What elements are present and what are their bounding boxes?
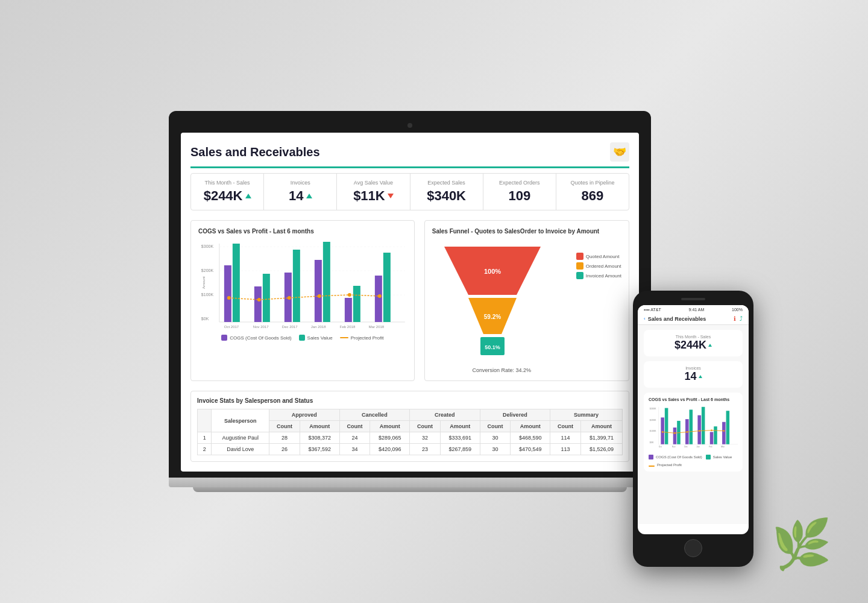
cell-approved-amount: $367,592 xyxy=(300,444,339,455)
funnel-chart-title: Sales Funnel - Quotes to SalesOrder to I… xyxy=(432,228,621,235)
th-num xyxy=(198,409,212,432)
legend-sales: Sales Value xyxy=(299,335,333,341)
cell-summary-amount: $1,399,71 xyxy=(580,432,622,444)
kpi-label-quotes: Quotes in Pipeline xyxy=(565,180,620,186)
phone-chart-svg: $300K $200K $100K $0K xyxy=(649,405,738,450)
th-created: Created xyxy=(410,409,480,421)
svg-text:Mar 2018: Mar 2018 xyxy=(369,325,385,329)
svg-rect-20 xyxy=(375,276,382,322)
svg-point-61 xyxy=(699,430,700,432)
phone-kpi-invoices-label: Invoices xyxy=(649,366,738,370)
kpi-card-sales[interactable]: This Month - Sales $244K xyxy=(191,174,264,210)
cell-approved-count: 26 xyxy=(269,444,300,455)
svg-text:Mar: Mar xyxy=(721,446,725,448)
table-row[interactable]: 1 Augustine Paul 28 $308,372 24 $289,065… xyxy=(198,432,623,444)
legend-cogs-label: COGS (Cost Of Goods Sold) xyxy=(230,335,291,341)
kpi-card-invoices[interactable]: Invoices 14 xyxy=(264,174,337,210)
bar-chart-title: COGS vs Sales vs Profit - Last 6 months xyxy=(198,228,407,235)
bar-chart-legend: COGS (Cost Of Goods Sold) Sales Value Pr… xyxy=(198,335,407,341)
phone-status-bar: •••• AT&T 9:41 AM 100% xyxy=(638,305,749,313)
svg-rect-55 xyxy=(714,426,717,444)
kpi-trend-up-sales xyxy=(245,194,251,198)
phone-kpi-sales-trend xyxy=(708,344,712,347)
kpi-value-invoices: 14 xyxy=(272,188,328,204)
phone-nav-icons: ℹ ⤴ xyxy=(734,315,743,322)
cell-cancelled-count: 34 xyxy=(339,444,370,455)
phone-kpi-sales[interactable]: This Month - Sales $244K xyxy=(644,330,743,356)
scene: Sales and Receivables 🤝 This Month - Sal… xyxy=(0,0,868,603)
svg-point-24 xyxy=(288,296,291,300)
legend-profit-label: Projected Profit xyxy=(351,335,384,341)
th-cancelled-amount: Amount xyxy=(370,421,410,432)
phone-screen: •••• AT&T 9:41 AM 100% ‹ Sales and Recei… xyxy=(638,305,749,534)
cell-cancelled-amount: $420,096 xyxy=(370,444,410,455)
svg-text:$200K: $200K xyxy=(201,268,214,273)
bar-chart-panel: COGS vs Sales vs Profit - Last 6 months … xyxy=(190,220,415,381)
dashboard: Sales and Receivables 🤝 This Month - Sal… xyxy=(181,133,639,472)
legend-ordered-label: Ordered Amount xyxy=(586,264,621,269)
th-delivered: Delivered xyxy=(480,409,550,421)
svg-text:Amount: Amount xyxy=(202,276,206,289)
th-cancelled: Cancelled xyxy=(339,409,410,421)
kpi-card-expected-orders[interactable]: Expected Orders 109 xyxy=(483,174,556,210)
cell-created-amount: $267,859 xyxy=(440,444,480,455)
svg-text:Dec: Dec xyxy=(684,446,688,448)
phone-home-button[interactable] xyxy=(684,539,702,557)
cell-created-amount: $333,691 xyxy=(440,432,480,444)
phone-legend: COGS (Cost Of Goods Sold) Sales Value Pr… xyxy=(649,455,738,467)
legend-cogs-color xyxy=(221,335,227,341)
svg-text:Oct: Oct xyxy=(659,446,662,448)
funnel-chart-panel: Sales Funnel - Quotes to SalesOrder to I… xyxy=(424,220,629,381)
laptop-screen: Sales and Receivables 🤝 This Month - Sal… xyxy=(181,133,639,472)
phone-speaker xyxy=(681,298,705,300)
legend-profit: Projected Profit xyxy=(340,335,384,341)
phone-kpi-invoices[interactable]: Invoices 14 xyxy=(644,361,743,388)
kpi-label-expected-sales: Expected Sales xyxy=(419,180,474,186)
kpi-section: This Month - Sales $244K Invoices 14 xyxy=(190,173,629,210)
cell-approved-amount: $308,372 xyxy=(300,432,339,444)
kpi-trend-up-invoices xyxy=(306,194,312,198)
kpi-card-avg[interactable]: Avg Sales Value $11K xyxy=(337,174,410,210)
svg-rect-11 xyxy=(233,244,240,322)
phone-info-icon[interactable]: ℹ xyxy=(734,315,736,322)
phone-share-icon[interactable]: ⤴ xyxy=(740,315,743,322)
svg-text:$200K: $200K xyxy=(650,419,656,421)
legend-quoted-label: Quoted Amount xyxy=(586,254,620,259)
phone-back-button[interactable]: ‹ xyxy=(644,316,646,321)
svg-rect-46 xyxy=(661,417,664,444)
cell-approved-count: 28 xyxy=(269,432,300,444)
table-title: Invoice Stats by Salesperson and Status xyxy=(197,397,623,404)
th-delivered-amount: Amount xyxy=(511,421,550,432)
kpi-card-expected-sales[interactable]: Expected Sales $340K xyxy=(410,174,483,210)
svg-rect-52 xyxy=(697,415,701,444)
svg-text:Jan 2018: Jan 2018 xyxy=(311,325,326,329)
cell-num: 2 xyxy=(198,444,212,455)
svg-rect-53 xyxy=(702,407,705,444)
legend-profit-color xyxy=(340,337,348,338)
phone-carrier: •••• AT&T xyxy=(644,308,661,312)
cell-summary-amount: $1,526,09 xyxy=(580,444,622,455)
kpi-card-quotes[interactable]: Quotes in Pipeline 869 xyxy=(556,174,629,210)
svg-rect-10 xyxy=(224,265,231,322)
funnel-svg-area: 100% 59.2% 50.1% Conversion Rate: 34.2% xyxy=(432,241,571,373)
cell-summary-count: 114 xyxy=(550,432,581,444)
svg-text:$100K: $100K xyxy=(201,292,214,297)
table-row[interactable]: 2 David Love 26 $367,592 34 $420,096 23 … xyxy=(198,444,623,455)
svg-rect-17 xyxy=(323,242,330,322)
kpi-label-invoices: Invoices xyxy=(272,180,328,186)
phone-content: This Month - Sales $244K Invoices 14 xyxy=(638,325,749,524)
kpi-value-expected-orders: 109 xyxy=(492,188,547,204)
svg-text:Dec 2017: Dec 2017 xyxy=(282,325,298,329)
kpi-label-expected-orders: Expected Orders xyxy=(492,180,547,186)
svg-text:$0K: $0K xyxy=(201,317,209,321)
funnel-content: 100% 59.2% 50.1% Conversion Rate: 34.2% xyxy=(432,241,621,373)
cell-delivered-count: 30 xyxy=(480,432,511,444)
svg-rect-54 xyxy=(710,432,714,444)
funnel-legend: Quoted Amount Ordered Amount Invoiced Am… xyxy=(576,241,621,279)
th-summary: Summary xyxy=(550,409,623,421)
th-created-count: Count xyxy=(410,421,441,432)
cell-salesperson: Augustine Paul xyxy=(212,432,269,444)
cell-created-count: 23 xyxy=(410,444,441,455)
kpi-trend-down-avg xyxy=(388,194,394,198)
th-delivered-count: Count xyxy=(480,421,511,432)
